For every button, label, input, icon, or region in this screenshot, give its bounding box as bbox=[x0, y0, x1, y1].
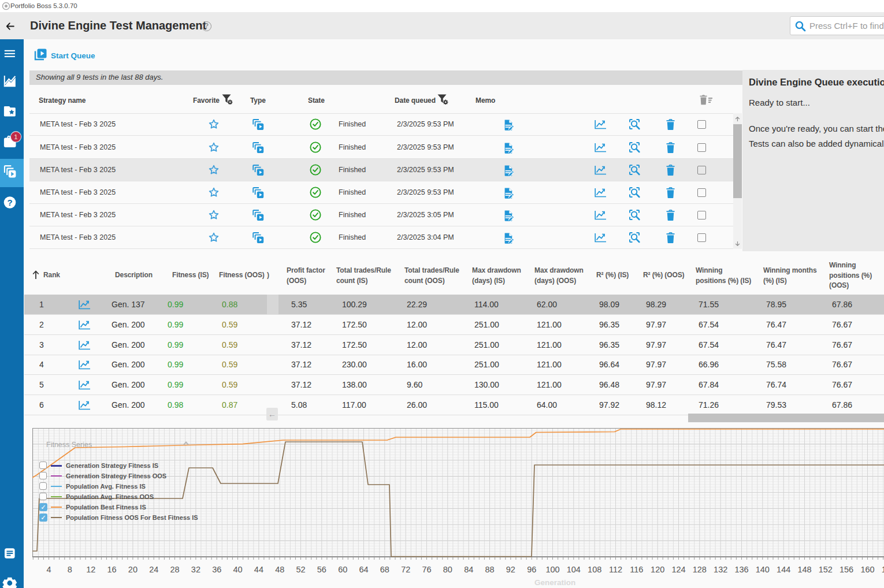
svg-text:48: 48 bbox=[275, 565, 284, 574]
svg-text:4: 4 bbox=[46, 565, 51, 574]
svg-text:120: 120 bbox=[651, 565, 664, 574]
svg-text:156: 156 bbox=[840, 565, 853, 574]
svg-text:116: 116 bbox=[630, 565, 643, 574]
svg-text:24: 24 bbox=[149, 565, 158, 574]
svg-text:36: 36 bbox=[212, 565, 221, 574]
svg-text:108: 108 bbox=[588, 565, 601, 574]
svg-text:92: 92 bbox=[506, 565, 515, 574]
svg-text:80: 80 bbox=[443, 565, 452, 574]
svg-text:140: 140 bbox=[756, 565, 770, 574]
svg-text:128: 128 bbox=[693, 565, 707, 574]
svg-text:160: 160 bbox=[860, 565, 874, 574]
svg-text:144: 144 bbox=[777, 565, 790, 574]
svg-text:44: 44 bbox=[254, 565, 263, 574]
svg-text:32: 32 bbox=[191, 565, 200, 574]
svg-text:72: 72 bbox=[401, 565, 410, 574]
svg-text:84: 84 bbox=[464, 565, 473, 574]
svg-text:12: 12 bbox=[86, 565, 95, 574]
svg-text:1: 1 bbox=[14, 133, 17, 140]
svg-text:20: 20 bbox=[128, 565, 138, 574]
svg-text:148: 148 bbox=[797, 565, 811, 574]
svg-text:96: 96 bbox=[527, 565, 536, 574]
svg-text:152: 152 bbox=[819, 565, 833, 574]
svg-text:104: 104 bbox=[567, 565, 581, 574]
svg-text:?: ? bbox=[7, 198, 12, 207]
svg-text:68: 68 bbox=[380, 565, 389, 574]
svg-text:164: 164 bbox=[882, 565, 884, 574]
svg-text:88: 88 bbox=[485, 565, 494, 574]
svg-text:100: 100 bbox=[545, 565, 559, 574]
svg-text:132: 132 bbox=[714, 565, 727, 574]
svg-text:8: 8 bbox=[68, 565, 72, 574]
svg-text:28: 28 bbox=[170, 565, 179, 574]
svg-text:16: 16 bbox=[107, 565, 116, 574]
svg-text:112: 112 bbox=[609, 565, 622, 574]
svg-text:76: 76 bbox=[422, 565, 431, 574]
svg-text:40: 40 bbox=[233, 565, 242, 574]
svg-text:124: 124 bbox=[671, 565, 685, 574]
svg-text:64: 64 bbox=[359, 565, 368, 574]
svg-text:56: 56 bbox=[317, 565, 326, 574]
svg-text:60: 60 bbox=[338, 565, 347, 574]
svg-text:52: 52 bbox=[296, 565, 305, 574]
svg-text:136: 136 bbox=[734, 565, 748, 574]
